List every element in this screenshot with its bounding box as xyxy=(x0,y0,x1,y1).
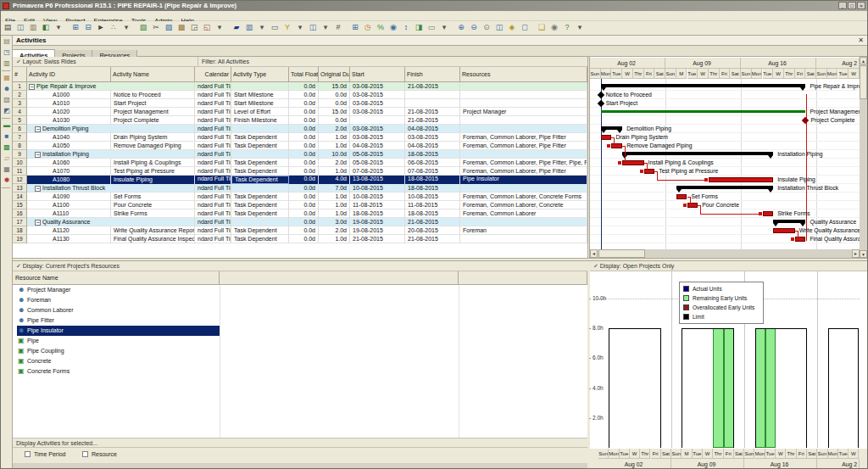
cell-calendar[interactable]: ndard Full Time xyxy=(195,218,231,226)
gantt-task-bar[interactable] xyxy=(601,135,612,140)
column-header-name[interactable]: Activity Name xyxy=(111,67,195,82)
row-number[interactable]: 8 xyxy=(13,142,27,150)
paste-icon[interactable]: ▩ xyxy=(175,22,187,34)
cell-resources[interactable] xyxy=(460,150,587,159)
progress-icon[interactable]: % xyxy=(375,22,387,34)
cell-start[interactable]: 03-08-2015 xyxy=(350,99,405,108)
scroll-up-icon[interactable]: ▲ xyxy=(860,57,867,64)
collapse-icon[interactable]: − xyxy=(35,152,41,158)
cell-start[interactable]: 10-08-2015 xyxy=(350,193,405,201)
cell-duration[interactable]: 10.0d xyxy=(319,150,350,159)
histogram-display-bar[interactable]: ✓ Display: Open Projects Only xyxy=(590,261,868,271)
cell-finish[interactable]: 21-08-2015 xyxy=(405,108,460,116)
web-icon[interactable]: ◉ xyxy=(548,22,560,34)
cell-start[interactable]: 19-08-2015 xyxy=(350,226,405,235)
cell-float[interactable]: 0.0d xyxy=(289,125,319,133)
cell-float[interactable]: 0.0d xyxy=(289,99,319,108)
cell-type[interactable] xyxy=(231,125,289,133)
column-header-finish[interactable]: Finish xyxy=(405,67,460,82)
cell-type[interactable]: Task Dependent xyxy=(231,209,289,218)
cell-activity-name[interactable]: Project Complete xyxy=(111,116,195,125)
resource-name-header[interactable]: Resource Name xyxy=(13,271,220,285)
expenses-view-icon[interactable]: ▦ xyxy=(2,165,12,175)
cell-start[interactable] xyxy=(350,116,405,125)
cell-duration[interactable]: 1.0d xyxy=(319,167,350,176)
cell-activity-id[interactable]: A1100 xyxy=(27,201,111,209)
vscroll-thumb[interactable] xyxy=(860,65,867,99)
cell-calendar[interactable]: ndard Full Time xyxy=(195,99,231,108)
publish-icon[interactable]: ◧ xyxy=(40,22,52,34)
zoom-in-icon[interactable]: ⊕ xyxy=(455,22,467,34)
row-number[interactable]: 17 xyxy=(13,218,27,226)
cell-resources[interactable] xyxy=(460,82,587,91)
cell-activity-name[interactable]: Insulate Piping xyxy=(111,176,195,184)
cell-finish[interactable]: 21-08-2015 xyxy=(405,235,460,243)
collapse-icon[interactable]: − xyxy=(35,186,41,192)
cell-activity-name[interactable]: Strike Forms xyxy=(111,209,195,218)
hscroll-thumb[interactable] xyxy=(598,249,645,258)
column-header-id[interactable]: Activity ID xyxy=(27,67,111,82)
network-icon[interactable]: ◱ xyxy=(201,22,213,34)
cell-finish[interactable]: 21-08-2015 xyxy=(405,116,460,125)
gantt-summary-bar[interactable] xyxy=(676,186,774,189)
cell-type[interactable]: Task Dependent xyxy=(231,176,289,184)
wbs-view-icon[interactable]: ■ xyxy=(2,131,12,142)
close-view-icon[interactable]: ✕ xyxy=(858,36,864,45)
expand-icon[interactable]: ◈ xyxy=(506,22,518,34)
cell-finish[interactable]: 21-08-2015 xyxy=(405,82,460,91)
reorganize-icon[interactable]: ∴ xyxy=(108,22,120,34)
row-number[interactable]: 16 xyxy=(13,209,27,218)
add-activity-icon[interactable]: ▧ xyxy=(137,22,149,34)
resources-display-bar[interactable]: ✓ Display: Current Project's Resources xyxy=(13,261,587,271)
cell-resources[interactable] xyxy=(460,99,587,108)
cell-activity-name[interactable]: Drain Piping System xyxy=(111,133,195,142)
cell-finish[interactable]: 18-08-2015 xyxy=(405,184,460,193)
gantt-task-bar[interactable] xyxy=(644,169,655,174)
cell-duration[interactable]: 7.0d xyxy=(319,184,350,193)
column-header-num[interactable]: # xyxy=(13,67,27,82)
print-icon[interactable]: ▤ xyxy=(2,22,14,34)
checkbox-resource[interactable] xyxy=(82,451,88,457)
chevron-down-icon[interactable]: ▾ xyxy=(294,22,306,34)
cell-duration[interactable]: 3.0d xyxy=(319,218,350,226)
cell-float[interactable]: 0.0d xyxy=(289,167,319,176)
scroll-down-icon[interactable]: ▼ xyxy=(860,250,867,258)
gantt-task-bar[interactable] xyxy=(709,177,773,182)
cell-finish[interactable]: 20-08-2015 xyxy=(405,226,460,235)
cell-type[interactable]: Level of Effort xyxy=(231,108,289,116)
cell-duration[interactable]: 15.0d xyxy=(319,108,350,116)
cell-type[interactable]: Task Dependent xyxy=(231,226,289,235)
cell-duration[interactable]: 2.0d xyxy=(319,226,350,235)
cell-float[interactable]: 0.0d xyxy=(289,108,319,116)
cell-resources[interactable] xyxy=(460,235,587,243)
cell-activity-name[interactable]: Notice to Proceed xyxy=(111,91,195,99)
cell-finish[interactable]: 06-08-2015 xyxy=(405,159,460,167)
cell-start[interactable]: 18-08-2015 xyxy=(350,209,405,218)
cell-activity-id[interactable]: A1050 xyxy=(27,142,111,150)
cell-activity-id[interactable]: A1130 xyxy=(27,235,111,243)
collapse-icon[interactable]: − xyxy=(35,220,41,226)
resource-row[interactable]: Pipe Coupling xyxy=(27,346,64,356)
gantt-summary-bar[interactable] xyxy=(622,152,773,155)
cell-float[interactable]: 0.0d xyxy=(289,184,319,193)
cell-float[interactable]: 0.0d xyxy=(289,142,319,150)
row-number[interactable]: 15 xyxy=(13,201,27,209)
assign-icon[interactable]: ◨ xyxy=(413,22,425,34)
filter-icon[interactable]: Y xyxy=(281,22,293,34)
row-number[interactable]: 5 xyxy=(13,116,27,125)
cell-activity-id[interactable]: A1060 xyxy=(27,159,111,167)
report-icon[interactable]: ▥ xyxy=(27,22,39,34)
cell-type[interactable]: Task Dependent xyxy=(231,142,289,150)
copy-icon[interactable]: ▨ xyxy=(163,22,175,34)
cell-duration[interactable]: 0.0d xyxy=(319,99,350,108)
row-number[interactable]: 14 xyxy=(13,193,27,201)
cell-start[interactable]: 04-08-2015 xyxy=(350,142,405,150)
cell-calendar[interactable]: ndard Full Time xyxy=(195,91,231,99)
cell-duration[interactable]: 2.0d xyxy=(319,125,350,133)
row-number[interactable]: 7 xyxy=(13,133,27,142)
gantt-icon[interactable]: ▰ xyxy=(231,22,242,34)
chevron-down-icon[interactable]: ▾ xyxy=(320,22,331,34)
cell-float[interactable]: 0.0d xyxy=(289,133,319,142)
cell-type[interactable] xyxy=(231,218,289,226)
cell-activity-id[interactable]: A1020 xyxy=(27,108,111,116)
